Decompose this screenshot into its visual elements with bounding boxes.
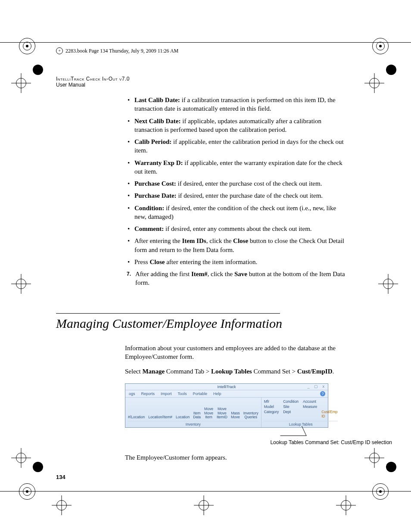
crosshair-mark: [11, 73, 31, 93]
page-content: 2283.book Page 134 Thursday, July 9, 200…: [56, 47, 358, 468]
lookup-tables-group: MfrConditionAccountModelSiteMeasureCateg…: [262, 398, 340, 427]
header-target-icon: [56, 47, 63, 54]
ribbon-command[interactable]: Measure: [303, 404, 317, 409]
instruction-bullet: Press Close after entering the item info…: [125, 258, 349, 266]
crosshair-mark: [364, 448, 384, 468]
figure-caption: Lookup Tables Command Set: Cust/Emp ID s…: [125, 439, 392, 445]
definition-bullet: Last Calib Date: if a calibration transa…: [125, 96, 349, 113]
ribbon-command[interactable]: Model: [264, 404, 279, 409]
ribbon-tab[interactable]: Portable: [193, 392, 208, 396]
ribbon-tab[interactable]: Tools: [178, 392, 187, 396]
step-7: 7. After adding the first Item#, click t…: [125, 270, 349, 287]
instruction-bullet: After entering the Item IDs, click the C…: [125, 236, 349, 254]
ribbon-tab[interactable]: Reports: [141, 392, 155, 396]
inventory-group-label: Inventory: [128, 421, 258, 426]
crosshair-mark: [52, 495, 72, 515]
section-intro-paragraph: Information about your customers and emp…: [125, 344, 349, 361]
ribbon-command[interactable]: Inventory Queries: [243, 411, 258, 420]
crosshair-mark: [378, 274, 398, 294]
lookup-commands-grid: MfrConditionAccountModelSiteMeasureCateg…: [264, 399, 338, 419]
ribbon-tab[interactable]: Import: [161, 392, 172, 396]
definition-bullet: Next Calib Date: if applicable, updates …: [125, 117, 349, 134]
ribbon-command[interactable]: Item Data: [193, 411, 201, 420]
doc-subtitle: User Manual: [56, 82, 358, 88]
ribbon-command[interactable]: Condition: [283, 399, 299, 404]
crosshair-mark: [364, 73, 384, 93]
section-divider: [56, 313, 280, 314]
window-title: IntelliTrack: [217, 385, 236, 389]
registration-dot: [386, 65, 396, 75]
registration-mark: [19, 38, 35, 54]
registration-mark: [372, 38, 389, 54]
crosshair-mark: [11, 448, 31, 468]
field-definitions-list: Last Calib Date: if a calibration transa…: [125, 96, 349, 266]
section-heading: Managing Customer/Employee Information: [56, 316, 358, 331]
crop-line-top: [0, 42, 411, 43]
ribbon-command[interactable]: Location: [176, 415, 190, 419]
ribbon-command: [303, 410, 317, 418]
crosshair-mark: [11, 274, 31, 294]
ribbon-tab[interactable]: Help: [213, 392, 221, 396]
crosshair-mark: [336, 495, 356, 515]
ribbon-command[interactable]: Location/Item#: [148, 415, 172, 419]
product-title: IntelliTrack Check In-Out v7.0: [56, 76, 358, 82]
definition-bullet: Condition: if desired, enter the conditi…: [125, 204, 349, 221]
registration-dot: [33, 462, 43, 472]
cust-emp-id-command[interactable]: Cust/Emp ID: [321, 410, 337, 418]
ribbon-command[interactable]: Dept: [283, 410, 299, 418]
definition-bullet: Comment: if desired, enter any comments …: [125, 224, 349, 233]
framemaker-header-text: 2283.book Page 134 Thursday, July 9, 200…: [65, 48, 178, 54]
definition-bullet: Purchase Date: if desired, enter the pur…: [125, 191, 349, 200]
inventory-group: #/LocationLocation/Item#LocationItem Dat…: [125, 398, 262, 427]
window-titlebar: IntelliTrack _ ▢ x: [125, 384, 328, 390]
running-header: IntelliTrack Check In-Out v7.0 User Manu…: [56, 76, 358, 88]
definition-bullet: Calib Period: if applicable, enter the c…: [125, 137, 349, 155]
section-body: Information about your customers and emp…: [125, 344, 349, 462]
ribbon-screenshot-figure: IntelliTrack _ ▢ x ogsReportsImportTools…: [125, 383, 349, 436]
definition-bullet: Warranty Exp D: if applicable, enter the…: [125, 159, 349, 176]
registration-dot: [33, 65, 43, 75]
ribbon-command[interactable]: Mass Move: [231, 411, 240, 420]
callout-leader-line: [276, 426, 307, 436]
step-text: After adding the first Item#, click the …: [135, 270, 349, 287]
ribbon-command[interactable]: Mfr: [264, 399, 279, 404]
step-number: 7.: [125, 270, 131, 287]
ribbon-command[interactable]: Move Move Item: [204, 407, 213, 419]
help-icon: ?: [320, 391, 325, 396]
body-column: Last Calib Date: if a calibration transa…: [125, 96, 349, 287]
registration-dot: [386, 462, 396, 472]
inventory-commands-row: #/LocationLocation/Item#LocationItem Dat…: [128, 399, 258, 419]
ribbon-command[interactable]: Move Move ItemID: [217, 407, 227, 419]
page-number: 134: [56, 474, 65, 480]
ribbon-command[interactable]: #/Location: [128, 415, 145, 419]
ribbon-groups: #/LocationLocation/Item#LocationItem Dat…: [125, 398, 328, 427]
ribbon-bar: IntelliTrack _ ▢ x ogsReportsImportTools…: [125, 383, 328, 428]
crosshair-mark: [194, 495, 214, 515]
ribbon-command[interactable]: Account: [303, 399, 317, 404]
ribbon-command[interactable]: Site: [283, 404, 299, 409]
registration-mark: [19, 483, 35, 500]
result-paragraph: The Employee/Customer form appears.: [125, 453, 349, 462]
crop-line-bottom: [0, 491, 411, 492]
ribbon-command: [321, 404, 337, 409]
ribbon-command[interactable]: Category: [264, 410, 279, 418]
registration-mark: [372, 483, 389, 500]
ribbon-tab-strip: ogsReportsImportToolsPortableHelp?: [125, 390, 328, 398]
window-control-buttons: _ ▢ x: [307, 384, 326, 389]
navigation-instruction: Select Manage Command Tab > Lookup Table…: [125, 367, 349, 376]
ribbon-command: [321, 399, 337, 404]
ribbon-tab[interactable]: ogs: [129, 392, 135, 396]
definition-bullet: Purchase Cost: if desired, enter the pur…: [125, 179, 349, 188]
framemaker-header: 2283.book Page 134 Thursday, July 9, 200…: [56, 47, 358, 54]
